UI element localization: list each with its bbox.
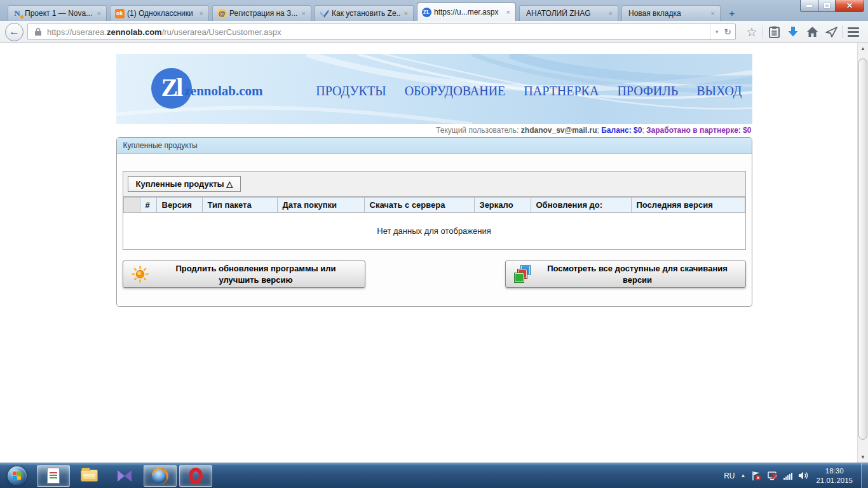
new-tab-button[interactable]: + <box>724 6 740 20</box>
system-tray: RU ▲ 18:30 21.01.2015 <box>724 463 868 488</box>
user-label: Текущий пользователь: <box>436 126 521 135</box>
mailru-favicon: @ <box>217 8 227 18</box>
maximize-button[interactable] <box>818 0 836 12</box>
share-icon[interactable] <box>822 23 841 41</box>
logo-text[interactable]: zennolab.com <box>185 83 263 99</box>
menu-hamburger-icon[interactable] <box>844 23 863 41</box>
nav-profile[interactable]: ПРОФИЛЬ <box>617 84 678 98</box>
col-mirror: Зеркало <box>474 198 531 213</box>
tab-bar: N Проект 1 — Nova... × ok (1) Одноклассн… <box>0 0 868 21</box>
tab-title: Как установить Ze... <box>332 9 400 18</box>
products-table: # Версия Тип пакета Дата покупки Скачать… <box>123 197 745 213</box>
tab-title: Проект 1 — Nova... <box>25 9 93 18</box>
main-navigation: ПРОДУКТЫ ОБОРУДОВАНИЕ ПАРТНЕРКА ПРОФИЛЬ … <box>316 84 742 98</box>
tab-title: https://u...mer.aspx <box>434 8 503 17</box>
tab-title: Новая вкладка <box>628 9 707 18</box>
logo-monogram: Zl <box>161 72 182 102</box>
bookmarks-menu-icon[interactable] <box>764 23 783 41</box>
url-actions: ▼ ↻ <box>710 24 735 39</box>
col-latest-version: Последняя версия <box>631 198 745 213</box>
volume-icon[interactable] <box>798 471 809 480</box>
taskbar-kmplayer[interactable] <box>108 465 141 487</box>
scroll-up-icon[interactable]: ▲ <box>858 43 868 54</box>
tab-title: (1) Одноклассники <box>127 9 196 18</box>
close-button[interactable]: ✕ <box>836 0 864 12</box>
taskbar-firefox[interactable] <box>144 465 177 487</box>
action-center-flag-icon[interactable] <box>751 471 761 481</box>
zennolab-favicon: ZL <box>421 7 431 17</box>
col-package-type: Тип пакета <box>202 198 277 213</box>
url-bar[interactable]: https://userarea.zennolab.com/ru/userare… <box>27 24 736 40</box>
renew-updates-button[interactable]: Продлить обновления программы или улучши… <box>123 261 365 288</box>
home-icon[interactable] <box>803 23 822 41</box>
no-data-message: Нет данных для отображения <box>123 213 745 249</box>
start-button[interactable] <box>8 466 27 485</box>
tab-close-icon[interactable]: × <box>607 10 614 17</box>
view-versions-button[interactable]: Посмотреть все доступные для скачивания … <box>505 261 746 288</box>
taskbar-notepad-app[interactable] <box>37 465 70 487</box>
tab-project[interactable]: N Проект 1 — Nova... × <box>8 5 107 21</box>
tab-odnoklassniki[interactable]: ok (1) Одноклассники × <box>110 5 209 21</box>
back-button[interactable]: ← <box>5 23 24 41</box>
toolbar-separator <box>842 25 843 38</box>
col-rowselect <box>123 198 140 213</box>
show-desktop-button[interactable] <box>861 463 868 488</box>
windows-taskbar: RU ▲ 18:30 21.01.2015 <box>0 463 868 488</box>
col-download-server: Скачать с сервера <box>364 198 474 213</box>
novapad-favicon: N <box>12 8 22 18</box>
current-user-bar: Текущий пользователь: zhdanov_sv@mail.ru… <box>116 124 752 137</box>
downloads-icon[interactable] <box>783 23 803 41</box>
toolbar-separator <box>763 25 763 38</box>
nav-logout[interactable]: ВЫХОД <box>696 84 742 98</box>
tab-new[interactable]: Новая вкладка × <box>621 5 721 21</box>
nav-equipment[interactable]: ОБОРУДОВАНИЕ <box>405 84 506 98</box>
network-signal-icon[interactable] <box>783 472 792 480</box>
products-grid: Купленные продукты △ # <box>123 171 746 250</box>
folder-icon <box>81 470 98 482</box>
scroll-down-icon[interactable]: ▼ <box>858 452 868 463</box>
scrollbar-thumb[interactable] <box>858 58 867 440</box>
col-purchase-date: Дата покупки <box>277 198 364 213</box>
user-email: zhdanov_sv@mail.ru <box>521 126 597 135</box>
tab-close-icon[interactable]: × <box>198 10 205 17</box>
kmplayer-icon <box>116 468 133 484</box>
reload-icon[interactable]: ↻ <box>724 27 731 37</box>
tab-close-icon[interactable]: × <box>505 8 512 16</box>
taskbar-opera[interactable] <box>179 465 212 487</box>
nav-partner[interactable]: ПАРТНЕРКА <box>524 84 599 98</box>
bookmark-star-icon[interactable]: ☆ <box>742 23 761 41</box>
table-header-row: # Версия Тип пакета Дата покупки Скачать… <box>123 198 745 213</box>
tab-close-icon[interactable]: × <box>301 10 307 17</box>
tray-expand-icon[interactable]: ▲ <box>741 473 746 478</box>
browser-viewport: Zl zennolab.com ПРОДУКТЫ ОБОРУДОВАНИЕ ПА… <box>0 43 868 463</box>
clock-date: 21.01.2015 <box>816 477 853 484</box>
tab-close-icon[interactable]: × <box>96 10 102 17</box>
desktop-screen: N Проект 1 — Nova... × ok (1) Одноклассн… <box>0 0 868 488</box>
nav-products[interactable]: ПРОДУКТЫ <box>316 84 386 98</box>
tab-close-icon[interactable]: × <box>710 10 716 17</box>
update-error-icon[interactable] <box>767 471 778 481</box>
accordion-header[interactable]: Купленные продукты △ <box>128 176 241 192</box>
window-controls: ✕ <box>800 0 864 12</box>
action-buttons-row: Продлить обновления программы или улучши… <box>123 261 746 288</box>
url-dropdown-icon[interactable]: ▼ <box>714 29 719 35</box>
panel-body: Купленные продукты △ # <box>117 154 752 306</box>
tab-close-icon[interactable]: × <box>403 10 409 17</box>
tab-userarea-active[interactable]: ZL https://u...mer.aspx × <box>417 3 516 21</box>
tab-howto-install[interactable]: Как установить Ze... × <box>315 5 414 21</box>
collapse-triangle-icon: △ <box>226 179 233 189</box>
col-updates-until: Обновления до: <box>531 198 631 213</box>
clock-time: 18:30 <box>825 467 844 475</box>
taskbar-clock[interactable]: 18:30 21.01.2015 <box>816 466 853 485</box>
tab-anatoliy[interactable]: АНАТОЛИЙ ZHAG × <box>519 5 618 21</box>
minimize-button[interactable] <box>800 0 818 12</box>
accordion-strip: Купленные продукты △ <box>123 172 745 197</box>
language-indicator[interactable]: RU <box>724 471 735 480</box>
navigation-toolbar: ← https://userarea.zennolab.com/ru/usera… <box>0 21 868 43</box>
toolbar-icons: ☆ <box>742 23 863 41</box>
page-scrollbar[interactable]: ▲ ▼ <box>857 43 868 463</box>
taskbar-explorer[interactable] <box>72 465 105 487</box>
forum-favicon <box>319 8 329 18</box>
url-path: /ru/userarea/UserCustomer.aspx <box>162 27 281 37</box>
tab-registration[interactable]: @ Регистрация на З... × <box>212 5 311 21</box>
